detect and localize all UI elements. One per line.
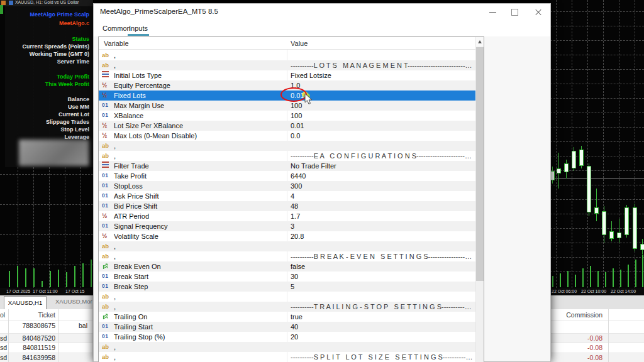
param-value[interactable]: 0.01	[291, 122, 473, 129]
cell-ticket[interactable]: 841639958	[22, 354, 55, 361]
double-type-icon: ½	[102, 121, 113, 130]
cell-ticket[interactable]: 840811519	[23, 344, 55, 351]
scrollbar-thumb[interactable]	[476, 47, 484, 281]
param-name: Take Profit	[114, 172, 147, 180]
param-row[interactable]: ab,----------B R E A K - E V E N S E T T…	[99, 251, 475, 261]
gridline	[550, 69, 644, 70]
param-row[interactable]: 01Bid Price Shift48	[99, 201, 475, 211]
gridline	[550, 112, 644, 113]
param-row[interactable]: ½Volatility Scale20.8	[99, 231, 475, 241]
vertical-scrollbar[interactable]	[475, 37, 484, 362]
param-value[interactable]: ----------B R E A K - E V E N S E T T I …	[291, 253, 473, 260]
param-row[interactable]: 01Ask Price Shift4	[99, 191, 475, 201]
param-value[interactable]: ----------S P L I T L O T S I Z E S E T …	[291, 353, 473, 361]
param-value[interactable]: 300	[291, 182, 473, 190]
param-name: Bid Price Shift	[114, 202, 157, 210]
double-type-icon: ½	[102, 212, 113, 221]
param-value[interactable]: 100	[291, 112, 473, 119]
volume-bar	[9, 271, 10, 287]
integer-type-icon: 01	[102, 202, 113, 211]
param-value[interactable]: ----------L O T S M A N A G E M E N T---…	[291, 62, 473, 69]
param-row[interactable]: ab,----------L O T S M A N A G E M E N T…	[99, 60, 475, 70]
candle-wick	[619, 219, 619, 243]
gridline	[550, 141, 644, 142]
param-row[interactable]: ab,	[99, 241, 475, 251]
cell-commission: -0.08	[587, 354, 602, 361]
param-row[interactable]: ½Lot Size Per XBalance0.01	[99, 121, 475, 131]
param-row[interactable]: ½Max Lots (0-Mean Disable)0.0	[99, 131, 475, 141]
param-value[interactable]: false	[291, 263, 473, 270]
cell-ticket[interactable]: 788308675	[22, 322, 55, 329]
param-name: Filter Trade	[114, 162, 149, 170]
param-row[interactable]: ab,	[99, 292, 475, 302]
param-value[interactable]: 3	[291, 222, 473, 230]
param-value[interactable]: 30	[291, 273, 473, 280]
param-value[interactable]: Fixed Lotsize	[291, 72, 473, 79]
scroll-up-icon[interactable]	[476, 37, 484, 47]
chart-tab-xauusd-monthly[interactable]: XAUUSD,Mor	[55, 298, 92, 305]
param-row[interactable]: ½ATR Period1.7	[99, 211, 475, 221]
param-value[interactable]: 100	[291, 102, 473, 109]
string-type-icon: ab	[102, 242, 113, 251]
param-value[interactable]: 40	[291, 323, 473, 331]
param-row[interactable]: 01Signal Frequency3	[99, 221, 475, 231]
param-value[interactable]: 20	[291, 333, 473, 341]
close-icon[interactable]	[528, 4, 549, 20]
volume-bar	[74, 266, 75, 287]
param-value[interactable]: 20.8	[291, 233, 473, 240]
volume-bar	[567, 271, 569, 287]
param-row[interactable]: ab,----------T R A I L I N G - S T O P S…	[99, 302, 475, 312]
param-row[interactable]: ab,	[99, 141, 475, 151]
cell-type-partial: bal	[79, 322, 87, 329]
gridline	[550, 228, 644, 229]
param-value[interactable]: ----------E A C O N F I G U R A T I O N …	[291, 152, 473, 160]
chart-tab-xauusd-h1[interactable]: XAUUSD,H1	[4, 296, 47, 309]
time-label: 17 Oct 11:00	[33, 289, 58, 293]
param-value[interactable]: 0.01	[291, 92, 473, 99]
volume-bar	[582, 268, 584, 287]
param-row[interactable]: 01XBalance100	[99, 111, 475, 121]
param-value[interactable]: 1.0	[291, 82, 473, 89]
gridline	[550, 214, 644, 214]
param-value[interactable]: ----------T R A I L I N G - S T O P S E …	[291, 303, 473, 310]
tab-inputs[interactable]: Inputs	[126, 23, 150, 34]
param-name: ATR Period	[114, 212, 149, 220]
param-value[interactable]: 5	[291, 283, 473, 290]
cell-symbol-partial: sd	[0, 354, 7, 361]
param-value[interactable]: 6440	[291, 172, 473, 180]
param-row[interactable]: 01Break Step5	[99, 282, 475, 292]
param-row[interactable]: ab,	[99, 50, 475, 60]
param-row[interactable]: 01Break Start30	[99, 272, 475, 282]
param-row[interactable]: Break Even Onfalse	[99, 261, 475, 272]
cell-ticket[interactable]: 840487520	[22, 334, 55, 342]
ea-panel-label: Server Time	[5, 58, 89, 65]
gridline	[550, 98, 644, 99]
param-value[interactable]: No Trade Filter	[291, 162, 473, 170]
param-row[interactable]: 01StopLoss300	[99, 181, 475, 191]
string-type-icon: ab	[102, 61, 113, 70]
param-row[interactable]: 01Trailing Start40	[99, 322, 475, 332]
param-value[interactable]: 1.7	[291, 212, 473, 220]
param-name: Fixed Lots	[114, 92, 146, 99]
param-row[interactable]: ab,----------S P L I T L O T S I Z E S E…	[99, 352, 475, 362]
param-row[interactable]: Initial Lots TypeFixed Lotsize	[99, 70, 475, 80]
param-row[interactable]: ab,	[99, 342, 475, 352]
param-row[interactable]: Filter TradeNo Trade Filter	[99, 161, 475, 171]
param-row[interactable]: ab,----------E A C O N F I G U R A T I O…	[99, 151, 475, 161]
time-label: 17 Oct 15	[65, 289, 84, 293]
maximize-icon[interactable]	[504, 4, 526, 20]
param-row[interactable]: Trailing Ontrue	[99, 312, 475, 322]
param-value[interactable]: 0.0	[291, 132, 473, 140]
gridline	[550, 84, 644, 84]
minimize-icon[interactable]	[482, 4, 504, 20]
param-value[interactable]: 48	[291, 202, 473, 210]
param-row[interactable]: 01Take Profit6440	[99, 171, 475, 181]
param-value[interactable]: true	[291, 313, 473, 321]
dialog-titlebar[interactable]: MeetAlgo_PrimeScalperEA_MT5 8.5	[94, 4, 550, 20]
param-row[interactable]: 01Trailing Stop (%)20	[99, 332, 475, 342]
left-time-axis: 17 Oct 2025 17 Oct 11:00 17 Oct 15	[0, 288, 93, 295]
param-value[interactable]: 4	[291, 192, 473, 200]
integer-type-icon: 01	[102, 282, 113, 291]
volume-bar	[560, 273, 561, 287]
param-row[interactable]: 01Max Margin Use100	[99, 101, 475, 111]
